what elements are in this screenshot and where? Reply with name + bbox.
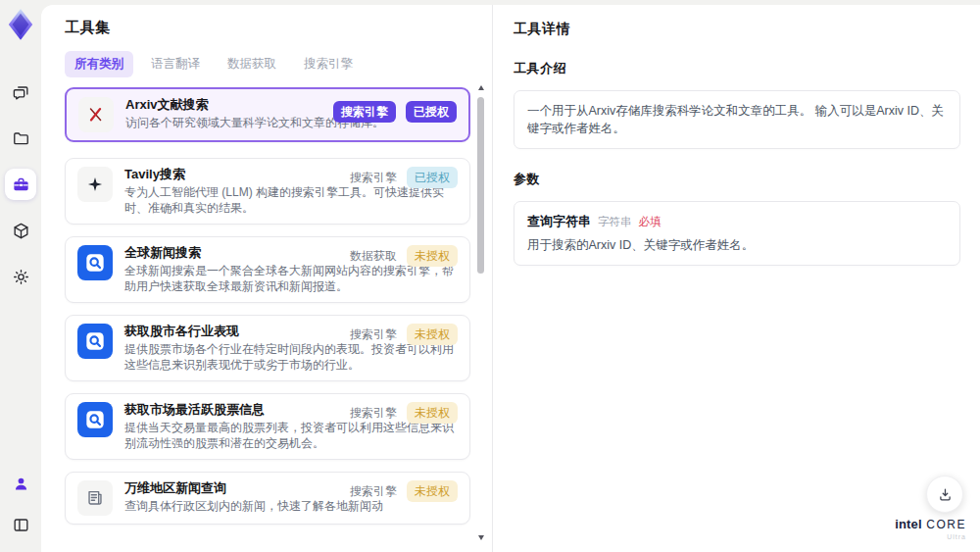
scrollbar-thumb[interactable] bbox=[477, 97, 484, 274]
scrollbar-up-arrow[interactable] bbox=[478, 85, 484, 90]
tool-card-tavily[interactable]: Tavily搜索 专为人工智能代理 (LLM) 构建的搜索引擎工具。可快速提供实… bbox=[65, 158, 470, 225]
category-label: 搜索引擎 bbox=[350, 326, 397, 343]
sidebar-nav bbox=[5, 76, 36, 292]
scrollbar-down-arrow[interactable] bbox=[478, 535, 484, 540]
chat-icon[interactable] bbox=[5, 76, 36, 108]
search-tool-icon bbox=[77, 402, 113, 437]
download-button[interactable] bbox=[926, 476, 963, 513]
auth-status-badge: 已授权 bbox=[406, 101, 457, 123]
app-logo-icon bbox=[6, 8, 35, 41]
auth-status-badge: 已授权 bbox=[407, 167, 458, 188]
page-title: 工具集 bbox=[65, 19, 470, 37]
category-label: 搜索引擎 bbox=[350, 170, 397, 186]
auth-status-badge: 未授权 bbox=[407, 245, 458, 267]
param-type: 字符串 bbox=[598, 215, 632, 229]
auth-status-badge: 未授权 bbox=[407, 402, 458, 424]
details-title: 工具详情 bbox=[514, 21, 960, 38]
tool-details-panel: 工具详情 工具介绍 一个用于从Arxiv存储库搜索科学论文和文章的工具。 输入可… bbox=[494, 5, 980, 552]
package-icon[interactable] bbox=[5, 215, 36, 246]
tool-description: 提供股票市场各个行业在特定时间段内的表现。投资者可以利用这些信息来识别表现优于或… bbox=[124, 341, 458, 373]
settings-gear-icon[interactable] bbox=[5, 261, 36, 292]
search-tool-icon bbox=[77, 324, 113, 359]
tool-card-arxiv[interactable]: Arxiv文献搜索 访问各个研究领域大量科学论文和文章的存储库。 搜索引擎 已授… bbox=[65, 87, 470, 142]
tool-description: 全球新闻搜索是一个聚合全球各大新闻网站内容的搜索引擎，帮助用户快速获取全球最新资… bbox=[124, 263, 458, 294]
tab-all-categories[interactable]: 所有类别 bbox=[65, 51, 133, 77]
tab-language-translation[interactable]: 语言翻译 bbox=[141, 51, 210, 77]
toolbox-icon[interactable] bbox=[5, 169, 36, 200]
content-area: 工具集 所有类别 语言翻译 数据获取 搜索引擎 Arxiv文献搜索 访问各个研究… bbox=[41, 5, 980, 552]
tool-card-regional-news[interactable]: 万维地区新闻查询 查询具体行政区划内的新闻，快速了解各地新闻动 搜索引擎 未授权 bbox=[65, 472, 470, 525]
sidebar-bottom bbox=[5, 468, 36, 540]
category-label: 搜索引擎 bbox=[350, 405, 397, 422]
category-tabs: 所有类别 语言翻译 数据获取 搜索引擎 bbox=[65, 51, 470, 77]
category-badge: 搜索引擎 bbox=[333, 101, 396, 123]
param-name: 查询字符串 bbox=[527, 213, 591, 230]
folder-icon[interactable] bbox=[5, 123, 36, 154]
intro-box: 一个用于从Arxiv存储库搜索科学论文和文章的工具。 输入可以是Arxiv ID… bbox=[514, 90, 960, 149]
intel-core-logo: intel core Ultra bbox=[895, 515, 966, 540]
category-label: 数据获取 bbox=[350, 248, 397, 265]
param-box: 查询字符串 字符串 必填 用于搜索的Arxiv ID、关键字或作者姓名。 bbox=[514, 201, 960, 266]
sidebar bbox=[0, 0, 41, 552]
auth-status-badge: 未授权 bbox=[407, 324, 458, 345]
param-required-badge: 必填 bbox=[639, 215, 662, 229]
list-scrollbar[interactable] bbox=[476, 85, 485, 540]
tab-search-engine[interactable]: 搜索引擎 bbox=[294, 51, 363, 77]
tool-card-sector-performance[interactable]: 获取股市各行业表现 提供股票市场各个行业在特定时间段内的表现。投资者可以利用这些… bbox=[65, 315, 470, 381]
tool-description: 提供当天交易量最高的股票列表，投资者可以利用这些信息来识别流动性强的股票和潜在的… bbox=[124, 420, 458, 451]
intro-text: 一个用于从Arxiv存储库搜索科学论文和文章的工具。 输入可以是Arxiv ID… bbox=[527, 102, 947, 137]
params-heading: 参数 bbox=[514, 171, 960, 188]
tavily-star-icon bbox=[77, 167, 113, 202]
toolset-panel: 工具集 所有类别 语言翻译 数据获取 搜索引擎 Arxiv文献搜索 访问各个研究… bbox=[41, 5, 493, 552]
newspaper-icon bbox=[77, 480, 113, 516]
tool-card-global-news[interactable]: 全球新闻搜索 全球新闻搜索是一个聚合全球各大新闻网站内容的搜索引擎，帮助用户快速… bbox=[65, 236, 470, 303]
category-label: 搜索引擎 bbox=[350, 483, 397, 500]
panel-toggle-icon[interactable] bbox=[5, 509, 36, 540]
search-tool-icon bbox=[77, 245, 113, 280]
arxiv-logo-icon bbox=[78, 97, 114, 132]
account-icon[interactable] bbox=[5, 468, 36, 499]
param-description: 用于搜索的Arxiv ID、关键字或作者姓名。 bbox=[527, 237, 947, 254]
auth-status-badge: 未授权 bbox=[407, 480, 458, 502]
intro-heading: 工具介绍 bbox=[514, 60, 960, 77]
tool-description: 专为人工智能代理 (LLM) 构建的搜索引擎工具。可快速提供实时、准确和真实的结… bbox=[124, 184, 458, 216]
tab-data-acquisition[interactable]: 数据获取 bbox=[218, 51, 286, 77]
tool-list: Arxiv文献搜索 访问各个研究领域大量科学论文和文章的存储库。 搜索引擎 已授… bbox=[65, 87, 470, 525]
tool-card-active-stocks[interactable]: 获取市场最活跃股票信息 提供当天交易量最高的股票列表，投资者可以利用这些信息来识… bbox=[65, 393, 470, 460]
